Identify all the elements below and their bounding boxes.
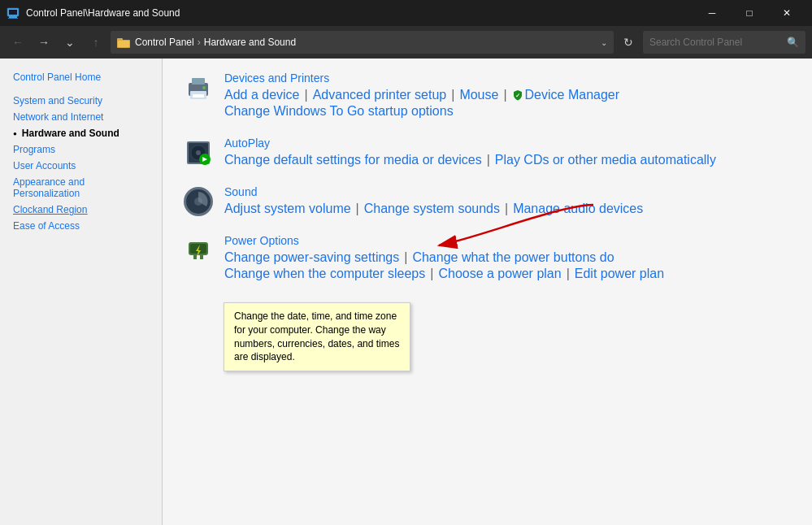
device-manager-link[interactable]: Device Manager bbox=[525, 88, 620, 102]
search-box[interactable]: 🔍 bbox=[643, 31, 805, 54]
titlebar-controls: ─ □ ✕ bbox=[693, 0, 805, 26]
windows-to-go-link[interactable]: Change Windows To Go startup options bbox=[224, 104, 454, 119]
tooltip-text: Change the date, time, and time zone for… bbox=[234, 310, 399, 362]
clock-text: Clock bbox=[13, 204, 37, 215]
region-text: and Region bbox=[37, 204, 87, 215]
sidebar-item-system-security[interactable]: System and Security bbox=[0, 93, 162, 109]
sidebar-item-label: Hardware and Sound bbox=[22, 128, 119, 139]
titlebar: Control Panel\Hardware and Sound ─ □ ✕ bbox=[0, 0, 812, 26]
addressbar: ← → ⌄ ↑ Control Panel › Hardware and Sou… bbox=[0, 26, 812, 59]
sidebar-item-label: User Accounts bbox=[13, 160, 76, 171]
sidebar-item-label: System and Security bbox=[13, 95, 102, 106]
advanced-printer-setup-link[interactable]: Advanced printer setup bbox=[313, 88, 447, 102]
refresh-button[interactable]: ↻ bbox=[617, 31, 640, 54]
mouse-link[interactable]: Mouse bbox=[459, 88, 498, 102]
sidebar-item-hardware-sound[interactable]: Hardware and Sound bbox=[0, 125, 162, 141]
sidebar-item-ease-of-access[interactable]: Ease of Access bbox=[0, 218, 162, 234]
search-input[interactable] bbox=[649, 37, 782, 48]
power-buttons-link[interactable]: Change what the power buttons do bbox=[412, 250, 614, 265]
autoplay-title[interactable]: AutoPlay bbox=[224, 137, 716, 150]
svg-point-11 bbox=[202, 86, 206, 89]
address-hardware-sound: Hardware and Sound bbox=[204, 37, 296, 48]
sidebar-item-label: Clockand Region bbox=[13, 204, 87, 215]
address-control-panel: Control Panel bbox=[135, 37, 194, 48]
svg-point-16 bbox=[196, 150, 201, 155]
sidebar-item-clock-region[interactable]: Clockand Region bbox=[0, 202, 162, 218]
svg-rect-2 bbox=[8, 18, 18, 19]
manage-audio-devices-link[interactable]: Manage audio devices bbox=[513, 202, 643, 216]
play-cds-link[interactable]: Play CDs or other media automatically bbox=[495, 153, 716, 167]
devices-printers-links-row2: Change Windows To Go startup options bbox=[224, 104, 619, 119]
svg-rect-8 bbox=[192, 78, 205, 85]
svg-rect-10 bbox=[193, 94, 204, 98]
change-default-settings-link[interactable]: Change default settings for media or dev… bbox=[224, 153, 482, 167]
address-dropdown-icon: ⌄ bbox=[601, 38, 607, 47]
main-area: Control Panel Home System and Security N… bbox=[0, 59, 812, 525]
devices-printers-content: Devices and Printers Add a device | Adva… bbox=[224, 72, 619, 120]
titlebar-left: Control Panel\Hardware and Sound bbox=[7, 7, 180, 20]
svg-rect-6 bbox=[118, 41, 129, 47]
titlebar-icon bbox=[7, 7, 20, 20]
sidebar-item-network-internet[interactable]: Network and Internet bbox=[0, 109, 162, 125]
sound-links-row1: Adjust system volume | Change system sou… bbox=[224, 202, 643, 216]
search-icon: 🔍 bbox=[787, 37, 799, 48]
dropdown-button[interactable]: ⌄ bbox=[59, 31, 81, 54]
close-button[interactable]: ✕ bbox=[768, 0, 805, 26]
sound-content: Sound Adjust system volume | Change syst… bbox=[224, 185, 643, 218]
sound-icon bbox=[182, 185, 215, 218]
svg-text:✓: ✓ bbox=[515, 93, 520, 98]
power-options-content: Power Options Change power-saving settin… bbox=[224, 234, 664, 283]
autoplay-icon bbox=[182, 137, 215, 169]
minimize-button[interactable]: ─ bbox=[693, 0, 731, 26]
power-options-title[interactable]: Power Options bbox=[224, 234, 664, 247]
sidebar-item-label: Network and Internet bbox=[13, 111, 103, 123]
category-autoplay: AutoPlay Change default settings for med… bbox=[182, 137, 792, 169]
devices-printers-title[interactable]: Devices and Printers bbox=[224, 72, 619, 85]
category-devices-printers: Devices and Printers Add a device | Adva… bbox=[182, 72, 792, 120]
choose-power-plan-link[interactable]: Choose a power plan bbox=[438, 267, 561, 281]
devices-printers-icon bbox=[182, 72, 215, 104]
sidebar-item-control-panel-home[interactable]: Control Panel Home bbox=[0, 68, 162, 86]
forward-button[interactable]: → bbox=[33, 31, 55, 54]
svg-rect-24 bbox=[200, 255, 203, 259]
power-options-icon bbox=[182, 234, 215, 267]
sidebar-item-programs[interactable]: Programs bbox=[0, 141, 162, 158]
svg-rect-23 bbox=[193, 255, 197, 259]
address-text: Control Panel › Hardware and Sound bbox=[135, 37, 296, 48]
category-sound: Sound Adjust system volume | Change syst… bbox=[182, 185, 792, 218]
svg-rect-3 bbox=[9, 10, 17, 15]
power-options-links-row2: Change when the computer sleeps | Choose… bbox=[224, 267, 664, 281]
edit-power-plan-link[interactable]: Edit power plan bbox=[575, 267, 664, 281]
autoplay-content: AutoPlay Change default settings for med… bbox=[224, 137, 716, 169]
sidebar: Control Panel Home System and Security N… bbox=[0, 59, 163, 525]
content-area: Devices and Printers Add a device | Adva… bbox=[163, 59, 812, 525]
clock-region-tooltip: Change the date, time, and time zone for… bbox=[224, 302, 410, 371]
sidebar-item-label: Programs bbox=[13, 144, 55, 155]
sidebar-item-appearance[interactable]: Appearance and Personalization bbox=[0, 174, 162, 202]
sound-title[interactable]: Sound bbox=[224, 185, 643, 198]
power-options-links-row1: Change power-saving settings | Change wh… bbox=[224, 250, 664, 265]
up-button[interactable]: ↑ bbox=[85, 31, 107, 54]
change-power-saving-link[interactable]: Change power-saving settings bbox=[224, 250, 399, 265]
sidebar-item-label: Appearance and Personalization bbox=[13, 176, 149, 199]
svg-rect-1 bbox=[9, 16, 17, 18]
autoplay-links-row1: Change default settings for media or dev… bbox=[224, 153, 716, 167]
address-bar[interactable]: Control Panel › Hardware and Sound ⌄ bbox=[111, 31, 614, 54]
change-system-sounds-link[interactable]: Change system sounds bbox=[364, 202, 500, 216]
computer-sleeps-link[interactable]: Change when the computer sleeps bbox=[224, 267, 425, 281]
sidebar-item-user-accounts[interactable]: User Accounts bbox=[0, 158, 162, 174]
adjust-volume-link[interactable]: Adjust system volume bbox=[224, 202, 351, 216]
category-power-options: Power Options Change power-saving settin… bbox=[182, 234, 792, 283]
add-device-link[interactable]: Add a device bbox=[224, 88, 300, 102]
devices-printers-links-row1: Add a device | Advanced printer setup | … bbox=[224, 88, 619, 102]
address-folder-icon bbox=[117, 36, 130, 49]
sidebar-item-label: Ease of Access bbox=[13, 220, 80, 232]
maximize-button[interactable]: □ bbox=[731, 0, 768, 26]
titlebar-title: Control Panel\Hardware and Sound bbox=[26, 7, 180, 19]
back-button[interactable]: ← bbox=[7, 31, 29, 54]
